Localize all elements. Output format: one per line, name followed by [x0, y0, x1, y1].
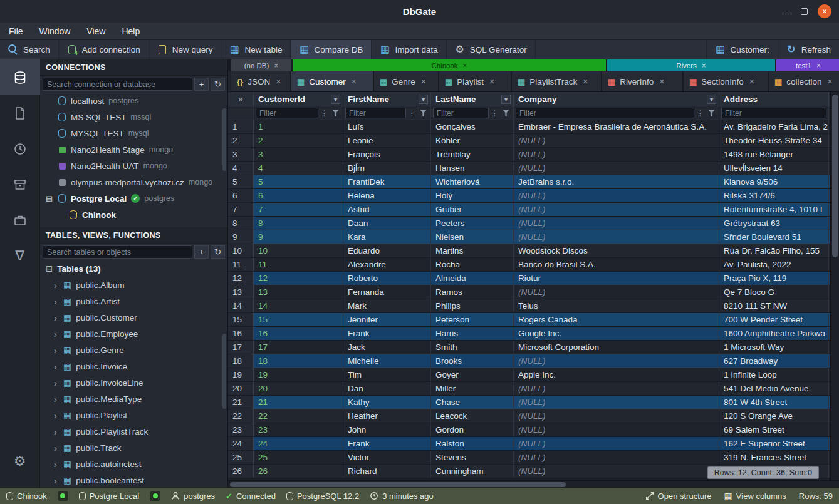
cell-company[interactable]: Google Inc.: [514, 327, 719, 340]
chevron-right-icon[interactable]: ›: [54, 329, 59, 339]
cell-lastname[interactable]: Cunningham: [431, 465, 514, 478]
cell-customerid[interactable]: 26: [254, 465, 343, 478]
toolbar-button[interactable]: Search: [0, 40, 59, 59]
file-tab[interactable]: ▦ collection ×: [769, 71, 839, 91]
connection-item[interactable]: olympus-medportal.vychozi.cz mongo: [40, 174, 227, 190]
tab-close-icon[interactable]: ×: [583, 76, 588, 86]
cell-firstname[interactable]: Daan: [343, 217, 431, 230]
table-tree-item[interactable]: › public.Customer: [40, 309, 227, 326]
row-number[interactable]: 9: [228, 230, 254, 244]
row-number[interactable]: 25: [228, 451, 254, 464]
table-row[interactable]: 24 24 Frank Ralston (NULL) 162 E Superio…: [228, 437, 830, 451]
chevron-right-icon[interactable]: ›: [54, 312, 59, 323]
table-tree-item[interactable]: › public.MediaType: [40, 391, 227, 407]
cell-company[interactable]: Microsoft Corporation: [514, 341, 719, 354]
cell-lastname[interactable]: Hansen: [431, 162, 514, 175]
database-group-tab[interactable]: Chinook ×: [293, 59, 606, 71]
cell-firstname[interactable]: Helena: [343, 189, 431, 202]
close-icon[interactable]: ×: [463, 61, 467, 70]
cell-lastname[interactable]: Köhler: [431, 134, 514, 147]
table-row[interactable]: 14 14 Mark Philips Telus 8210 111 ST NW: [228, 299, 830, 313]
toolbar-button[interactable]: Import data: [372, 40, 446, 59]
cell-company[interactable]: Telus: [514, 299, 719, 312]
cell-customerid[interactable]: 20: [254, 382, 343, 395]
cell-firstname[interactable]: Richard: [343, 465, 431, 478]
row-number[interactable]: 13: [228, 285, 254, 299]
connections-search-input[interactable]: [43, 78, 192, 91]
rail-plugins-icon[interactable]: [0, 202, 40, 238]
cell-address[interactable]: Qe 7 Bloco G: [719, 285, 829, 299]
table-row[interactable]: 15 15 Jennifer Peterson Rogers Canada 70…: [228, 313, 830, 327]
cell-company[interactable]: (NULL): [514, 409, 719, 423]
table-row[interactable]: 20 20 Dan Miller (NULL) 541 Del Medio Av…: [228, 382, 830, 396]
chevron-right-icon[interactable]: ›: [54, 378, 59, 388]
tab-close-icon[interactable]: ×: [828, 76, 833, 86]
cell-customerid[interactable]: 2: [254, 134, 343, 147]
cell-company[interactable]: Banco do Brasil S.A.: [514, 258, 719, 271]
chevron-right-icon[interactable]: ›: [54, 296, 59, 307]
table-tree-item[interactable]: › public.Genre: [40, 342, 227, 358]
cell-address[interactable]: 1 Infinite Loop: [719, 368, 829, 381]
chevron-right-icon[interactable]: ›: [54, 443, 59, 453]
status-database[interactable]: Chinook: [6, 491, 47, 501]
cell-lastname[interactable]: Stevens: [431, 451, 514, 464]
cell-company[interactable]: Riotur: [514, 272, 719, 285]
table-row[interactable]: 21 21 Kathy Chase (NULL) 801 W 4th Stree…: [228, 396, 830, 409]
cell-address[interactable]: 1600 Amphitheatre Parkwa: [719, 327, 829, 340]
refresh-connections-button[interactable]: ↻: [211, 78, 225, 91]
status-connection[interactable]: Postgre Local: [79, 491, 140, 501]
row-number[interactable]: 3: [228, 148, 254, 161]
table-row[interactable]: 5 5 FrantiĐek Wichterlová JetBrains s.r.…: [228, 175, 830, 189]
cell-lastname[interactable]: Nielsen: [431, 230, 514, 244]
table-row[interactable]: 18 18 Michelle Brooks (NULL) 627 Broadwa…: [228, 354, 830, 368]
cell-lastname[interactable]: Holý: [431, 189, 514, 202]
horizontal-scrollbar[interactable]: [228, 480, 839, 488]
add-connection-small-button[interactable]: +: [194, 78, 209, 91]
file-tab[interactable]: ▦ SectionInfo ×: [684, 71, 769, 91]
cell-company[interactable]: (NULL): [514, 396, 719, 409]
cell-address[interactable]: Rua Dr. Falcão Filho, 155: [719, 244, 829, 257]
cell-company[interactable]: (NULL): [514, 189, 719, 202]
table-row[interactable]: 7 7 Astrid Gruber (NULL) Rotenturmstraße…: [228, 203, 830, 217]
cell-lastname[interactable]: Martins: [431, 244, 514, 257]
chevron-right-icon[interactable]: ›: [54, 345, 59, 356]
column-header-lastname[interactable]: LastName ▾: [431, 92, 514, 106]
cell-customerid[interactable]: 21: [254, 396, 343, 409]
tables-scrollbar[interactable]: [222, 334, 226, 409]
cell-company[interactable]: (NULL): [514, 134, 719, 147]
cell-lastname[interactable]: Gonçalves: [431, 120, 514, 133]
row-number[interactable]: 26: [228, 465, 254, 478]
filter-input-customerid[interactable]: [256, 108, 318, 118]
toolbar-button[interactable]: New query: [149, 40, 222, 59]
cell-firstname[interactable]: François: [343, 148, 431, 161]
cell-address[interactable]: 700 W Pender Street: [719, 313, 829, 326]
table-tree-item[interactable]: › public.booleantest: [40, 472, 227, 488]
column-dropdown-icon[interactable]: ▾: [419, 95, 428, 104]
table-tree-item[interactable]: › public.Track: [40, 440, 227, 456]
tab-close-icon[interactable]: ×: [276, 76, 281, 86]
connection-item[interactable]: localhost postgres: [40, 93, 227, 109]
cell-address[interactable]: Ullevĺlsveien 14: [719, 162, 829, 175]
cell-lastname[interactable]: Chase: [431, 396, 514, 409]
row-number[interactable]: 15: [228, 313, 254, 326]
table-row[interactable]: 8 8 Daan Peeters (NULL) Grétrystraat 63: [228, 217, 830, 230]
cell-firstname[interactable]: Michelle: [343, 354, 431, 368]
row-number[interactable]: 20: [228, 382, 254, 395]
cell-lastname[interactable]: Miller: [431, 382, 514, 395]
cell-firstname[interactable]: Jack: [343, 341, 431, 354]
cell-company[interactable]: (NULL): [514, 162, 719, 175]
table-tree-item[interactable]: › public.Artist: [40, 293, 227, 309]
cell-firstname[interactable]: Kara: [343, 230, 431, 244]
cell-customerid[interactable]: 11: [254, 258, 343, 271]
filter-input-lastname[interactable]: [433, 108, 489, 118]
cell-lastname[interactable]: Peterson: [431, 313, 514, 326]
file-tab[interactable]: {} JSON ×: [231, 71, 291, 91]
table-tree-item[interactable]: › public.Playlist: [40, 407, 227, 423]
filter-menu-icon[interactable]: ⋮: [320, 109, 329, 118]
row-number[interactable]: 4: [228, 162, 254, 175]
toolbar-button[interactable]: Customer:: [706, 40, 777, 59]
add-table-small-button[interactable]: +: [194, 245, 209, 259]
row-number[interactable]: 2: [228, 134, 254, 147]
cell-company[interactable]: (NULL): [514, 465, 719, 478]
close-button[interactable]: ×: [818, 4, 831, 18]
